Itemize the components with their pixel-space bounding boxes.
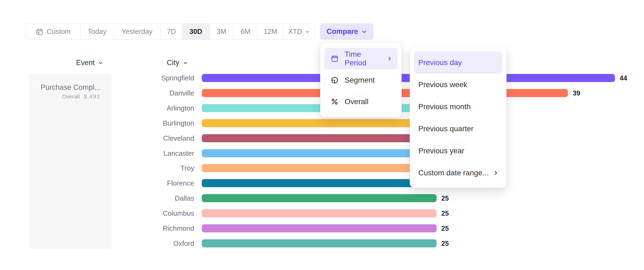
- submenu-item-previous-quarter[interactable]: Previous quarter: [414, 118, 502, 140]
- chevron-right-icon: [387, 56, 392, 61]
- date-range-xtd-button[interactable]: XTD: [284, 24, 314, 40]
- city-header-label: City: [167, 59, 179, 67]
- chevron-right-icon: [493, 170, 498, 176]
- chevron-down-icon: [305, 29, 310, 34]
- bar-value: 25: [441, 209, 449, 218]
- city-label: Richmond: [163, 224, 194, 232]
- date-range-label: Today: [88, 27, 106, 36]
- bar[interactable]: [202, 74, 615, 82]
- bar[interactable]: [202, 224, 437, 232]
- calendar-icon: [36, 28, 44, 36]
- city-label: Danville: [169, 89, 194, 97]
- menu-item-segment[interactable]: Segment: [324, 69, 398, 91]
- submenu-item-label: Previous quarter: [418, 125, 473, 133]
- date-range-label: Yesterday: [122, 27, 153, 36]
- bar-value: 25: [441, 224, 449, 233]
- city-column-header[interactable]: City: [167, 59, 188, 67]
- date-range-label: 30D: [189, 27, 202, 36]
- chevron-down-icon: [183, 61, 188, 65]
- bar-value: 39: [573, 89, 580, 97]
- chart-row: Troy 26: [0, 164, 644, 172]
- date-range-7d-button[interactable]: 7D: [161, 24, 182, 40]
- menu-item-overall[interactable]: Overall: [324, 91, 398, 112]
- date-range-label: 3M: [217, 27, 226, 36]
- submenu-item-label: Custom date range...: [418, 169, 489, 177]
- chart-row: Dallas 25: [0, 194, 644, 202]
- chart-row: Richmond 25: [0, 224, 644, 232]
- menu-item-label: Segment: [345, 76, 375, 84]
- city-label: Florence: [167, 179, 194, 187]
- city-label: Oxford: [173, 239, 194, 247]
- city-label: Dallas: [175, 194, 194, 202]
- chart-row: Oxford 25: [0, 239, 644, 247]
- chevron-down-icon: [98, 61, 103, 65]
- city-label: Springfield: [161, 74, 194, 82]
- date-range-toolbar: Custom Today Yesterday 7D 30D 3M 6M 12M …: [26, 23, 315, 40]
- chart-row: Lancaster 27: [0, 149, 644, 157]
- submenu-item-label: Previous month: [418, 102, 471, 111]
- submenu-item-custom-date-range[interactable]: Custom date range...: [414, 162, 502, 184]
- chart-row: Columbus 25: [0, 209, 644, 217]
- bar[interactable]: [202, 179, 446, 187]
- date-range-label: 6M: [240, 27, 250, 36]
- bar[interactable]: [202, 164, 446, 172]
- bar-value: 25: [441, 239, 449, 248]
- percent-icon: [331, 98, 339, 106]
- calendar-icon: [331, 55, 339, 63]
- city-label: Lancaster: [164, 149, 194, 157]
- event-column-header[interactable]: Event: [76, 59, 103, 67]
- submenu-item-previous-month[interactable]: Previous month: [414, 96, 502, 118]
- bar[interactable]: [202, 239, 437, 247]
- date-range-today-button[interactable]: Today: [81, 24, 114, 40]
- date-range-3m-button[interactable]: 3M: [210, 24, 233, 40]
- compare-menu: Time Period Segment Overall: [320, 42, 402, 118]
- event-header-label: Event: [76, 59, 95, 67]
- menu-item-label: Overall: [345, 97, 369, 106]
- date-range-label: 12M: [264, 27, 277, 36]
- chart-row: Florence 26: [0, 179, 644, 187]
- chart-row: Cleveland 28: [0, 134, 644, 142]
- chart-row: Burlington 29: [0, 119, 644, 127]
- city-label: Columbus: [163, 209, 194, 217]
- submenu-item-label: Previous week: [418, 80, 467, 89]
- date-range-label: XTD: [288, 27, 302, 36]
- submenu-item-label: Previous year: [418, 147, 464, 155]
- chevron-down-icon: [362, 29, 367, 34]
- city-label: Cleveland: [163, 134, 194, 142]
- insights-report-page: Custom Today Yesterday 7D 30D 3M 6M 12M …: [0, 0, 644, 270]
- submenu-item-previous-week[interactable]: Previous week: [414, 74, 502, 96]
- date-range-6m-button[interactable]: 6M: [233, 24, 258, 40]
- menu-item-time-period[interactable]: Time Period: [324, 48, 398, 69]
- city-label: Troy: [181, 164, 194, 172]
- date-range-label: 7D: [167, 27, 176, 36]
- pie-segment-icon: [331, 76, 339, 84]
- city-label: Burlington: [163, 119, 194, 127]
- submenu-item-label: Previous day: [418, 58, 462, 67]
- date-range-custom-button[interactable]: Custom: [26, 24, 81, 40]
- submenu-item-previous-year[interactable]: Previous year: [414, 140, 502, 162]
- date-range-label: Custom: [47, 27, 71, 36]
- bar[interactable]: [202, 209, 437, 217]
- bar[interactable]: [202, 194, 437, 202]
- compare-button-label: Compare: [327, 27, 358, 36]
- date-range-yesterday-button[interactable]: Yesterday: [114, 24, 161, 40]
- date-range-30d-button[interactable]: 30D: [182, 24, 210, 40]
- date-range-12m-button[interactable]: 12M: [258, 24, 284, 40]
- compare-button[interactable]: Compare: [320, 23, 374, 40]
- time-period-submenu: Previous day Previous week Previous mont…: [410, 47, 507, 188]
- event-card[interactable]: Purchase Compl... Overall 3,492: [29, 74, 112, 249]
- bar-value: 44: [620, 74, 627, 82]
- menu-item-label: Time Period: [345, 50, 381, 67]
- bar-value: 25: [441, 194, 449, 202]
- submenu-item-previous-day[interactable]: Previous day: [414, 52, 502, 74]
- city-label: Arlington: [167, 104, 194, 112]
